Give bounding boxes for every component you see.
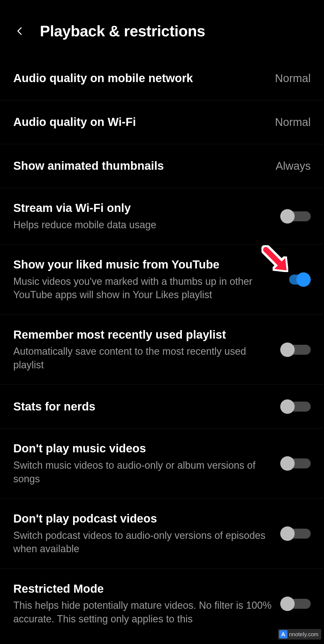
back-button[interactable] (14, 25, 26, 37)
row-subtitle: Music videos you've marked with a thumbs… (13, 275, 272, 302)
row-stats-for-nerds[interactable]: Stats for nerds (0, 385, 324, 429)
row-audio-quality-wifi[interactable]: Audio quality on Wi-Fi Normal (0, 100, 324, 144)
settings-list: Audio quality on mobile network Normal A… (0, 57, 324, 639)
row-dont-play-music-videos[interactable]: Don't play music videos Switch music vid… (0, 429, 324, 499)
row-dont-play-podcast-videos[interactable]: Don't play podcast videos Switch podcast… (0, 499, 324, 569)
row-title: Remember most recently used playlist (13, 328, 272, 342)
header: Playback & restrictions (0, 0, 324, 57)
watermark-logo-icon: A (279, 630, 287, 638)
row-show-liked-music[interactable]: Show your liked music from YouTube Music… (0, 245, 324, 315)
row-title: Show animated thumbnails (13, 159, 267, 173)
toggle-remember-playlist[interactable] (280, 343, 311, 357)
row-value: Always (276, 160, 311, 172)
page-title: Playback & restrictions (40, 22, 205, 40)
row-audio-quality-mobile[interactable]: Audio quality on mobile network Normal (0, 57, 324, 100)
row-title: Don't play podcast videos (13, 511, 272, 526)
row-subtitle: Switch podcast videos to audio-only vers… (13, 529, 272, 556)
row-subtitle: Switch music videos to audio-only or alb… (13, 459, 272, 486)
row-subtitle: Automatically save content to the most r… (13, 345, 272, 372)
toggle-stream-wifi-only[interactable] (280, 209, 311, 224)
watermark-text: nnotely.com (289, 631, 318, 638)
row-title: Show your liked music from YouTube (13, 257, 272, 272)
toggle-stats-for-nerds[interactable] (280, 399, 311, 414)
row-subtitle: This helps hide potentially mature video… (13, 599, 272, 626)
toggle-dont-play-podcast-videos[interactable] (280, 526, 311, 541)
row-title: Stats for nerds (13, 399, 272, 414)
toggle-show-liked-music[interactable] (280, 272, 311, 287)
row-title: Don't play music videos (13, 441, 272, 456)
row-value: Normal (275, 72, 311, 85)
row-title: Audio quality on mobile network (13, 71, 267, 86)
row-subtitle: Helps reduce mobile data usage (13, 218, 272, 232)
row-title: Audio quality on Wi-Fi (13, 115, 267, 130)
toggle-restricted-mode[interactable] (280, 597, 311, 611)
row-remember-playlist[interactable]: Remember most recently used playlist Aut… (0, 315, 324, 385)
row-title: Restricted Mode (13, 582, 272, 596)
row-title: Stream via Wi-Fi only (13, 201, 272, 215)
row-animated-thumbnails[interactable]: Show animated thumbnails Always (0, 144, 324, 188)
row-restricted-mode[interactable]: Restricted Mode This helps hide potentia… (0, 569, 324, 639)
toggle-dont-play-music-videos[interactable] (280, 456, 311, 471)
chevron-left-icon (15, 26, 25, 36)
row-stream-wifi-only[interactable]: Stream via Wi-Fi only Helps reduce mobil… (0, 188, 324, 245)
row-value: Normal (275, 116, 311, 128)
watermark: A nnotely.com (278, 629, 321, 640)
